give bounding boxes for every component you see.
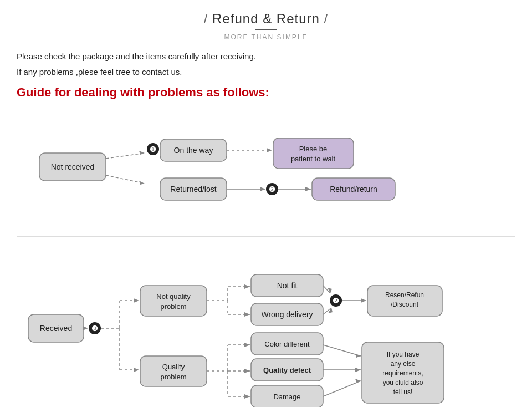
svg-text:any else: any else: [391, 360, 416, 368]
svg-text:requirements,: requirements,: [382, 369, 423, 377]
svg-text:patient to wait: patient to wait: [291, 155, 336, 163]
svg-text:Plese be: Plese be: [299, 145, 328, 153]
svg-text:Refund/return: Refund/return: [330, 185, 377, 194]
svg-text:❷: ❷: [332, 297, 339, 305]
svg-text:❷: ❷: [269, 185, 275, 194]
svg-marker-84: [355, 368, 361, 372]
svg-text:Resen/Refun: Resen/Refun: [385, 291, 424, 299]
bottom-flow-section: Received ❸ Not quality problem Quality p…: [17, 236, 515, 407]
svg-marker-82: [355, 354, 361, 358]
intro-line1: Please check the package and the items c…: [17, 50, 515, 63]
svg-text:❶: ❶: [150, 145, 156, 154]
svg-rect-14: [273, 138, 354, 169]
svg-marker-47: [244, 284, 250, 289]
svg-text:tell us!: tell us!: [393, 388, 413, 396]
svg-marker-37: [134, 368, 139, 372]
svg-text:problem: problem: [161, 302, 187, 311]
svg-rect-38: [140, 286, 207, 316]
guide-heading: Guide for dealing with problems as follo…: [17, 85, 515, 100]
svg-text:Color different: Color different: [264, 340, 310, 348]
svg-marker-3: [139, 151, 145, 155]
svg-text:Damage: Damage: [273, 393, 300, 401]
svg-rect-41: [140, 356, 207, 386]
top-flow-section: Not received ❶ On the way Returned/lost …: [17, 111, 515, 225]
svg-text:❸: ❸: [91, 324, 98, 333]
svg-text:Quality defect: Quality defect: [263, 366, 311, 374]
svg-text:/Discount: /Discount: [391, 301, 419, 308]
svg-marker-13: [267, 148, 272, 152]
svg-marker-50: [244, 312, 250, 317]
svg-line-85: [323, 381, 361, 396]
svg-text:you cluld also: you cluld also: [383, 379, 423, 386]
svg-text:If you have: If you have: [387, 350, 420, 358]
svg-marker-63: [244, 394, 250, 399]
svg-marker-22: [305, 187, 311, 191]
subtitle: MORE THAN SIMPLE: [17, 33, 515, 41]
svg-text:Quality: Quality: [162, 363, 185, 371]
svg-line-81: [323, 345, 361, 356]
page-title: / Refund & Return /: [17, 11, 515, 27]
svg-marker-34: [134, 298, 139, 303]
svg-text:problem: problem: [161, 373, 187, 381]
svg-line-4: [106, 175, 145, 184]
svg-line-2: [106, 153, 145, 159]
svg-text:Not fit: Not fit: [277, 281, 298, 290]
svg-text:Not received: Not received: [51, 162, 95, 171]
svg-marker-77: [361, 298, 366, 303]
svg-text:On the way: On the way: [174, 146, 213, 155]
intro-line2: If any problems ,plese feel tree to cont…: [17, 65, 515, 79]
svg-marker-60: [244, 369, 250, 373]
svg-text:Returned/lost: Returned/lost: [170, 185, 216, 194]
svg-marker-5: [139, 181, 145, 185]
svg-text:Wrong delivery: Wrong delivery: [261, 310, 313, 319]
svg-marker-58: [244, 343, 250, 347]
svg-text:Received: Received: [40, 324, 72, 333]
svg-marker-30: [83, 326, 88, 330]
svg-text:Not quality: Not quality: [156, 292, 191, 301]
svg-marker-20: [260, 187, 265, 191]
